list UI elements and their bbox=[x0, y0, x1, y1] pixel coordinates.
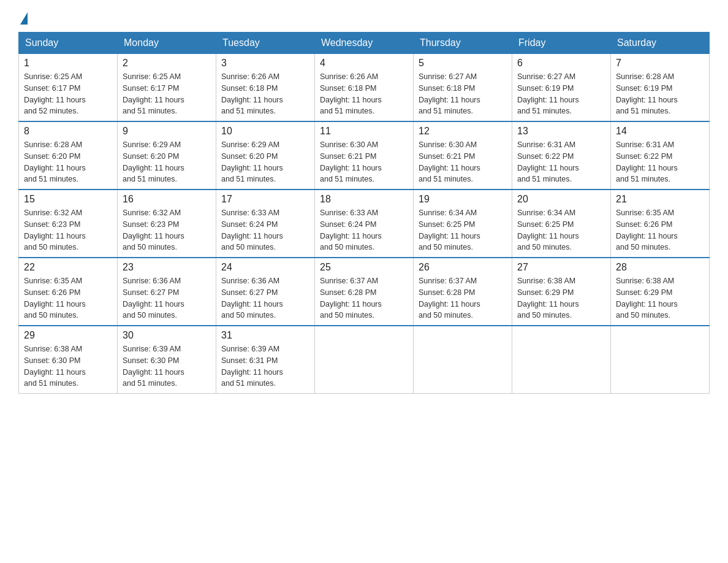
day-info: Sunrise: 6:32 AMSunset: 6:23 PMDaylight:… bbox=[24, 207, 112, 253]
day-info: Sunrise: 6:35 AMSunset: 6:26 PMDaylight:… bbox=[616, 207, 704, 253]
day-info: Sunrise: 6:33 AMSunset: 6:24 PMDaylight:… bbox=[221, 207, 309, 253]
calendar-cell: 23Sunrise: 6:36 AMSunset: 6:27 PMDayligh… bbox=[118, 258, 216, 326]
day-info: Sunrise: 6:30 AMSunset: 6:21 PMDaylight:… bbox=[419, 139, 507, 185]
day-info: Sunrise: 6:26 AMSunset: 6:18 PMDaylight:… bbox=[320, 71, 408, 117]
day-info: Sunrise: 6:36 AMSunset: 6:27 PMDaylight:… bbox=[221, 275, 309, 321]
day-info: Sunrise: 6:26 AMSunset: 6:18 PMDaylight:… bbox=[221, 71, 309, 117]
day-info: Sunrise: 6:28 AMSunset: 6:19 PMDaylight:… bbox=[616, 71, 704, 117]
day-number: 17 bbox=[221, 194, 309, 205]
day-info: Sunrise: 6:27 AMSunset: 6:19 PMDaylight:… bbox=[517, 71, 605, 117]
day-info: Sunrise: 6:27 AMSunset: 6:18 PMDaylight:… bbox=[419, 71, 507, 117]
calendar-week-row: 15Sunrise: 6:32 AMSunset: 6:23 PMDayligh… bbox=[19, 190, 710, 258]
day-number: 4 bbox=[320, 58, 408, 69]
day-number: 3 bbox=[221, 58, 309, 69]
day-info: Sunrise: 6:38 AMSunset: 6:29 PMDaylight:… bbox=[616, 275, 704, 321]
logo bbox=[18, 12, 28, 26]
day-number: 2 bbox=[123, 58, 211, 69]
column-header-monday: Monday bbox=[118, 33, 216, 54]
day-number: 9 bbox=[123, 126, 211, 137]
day-info: Sunrise: 6:37 AMSunset: 6:28 PMDaylight:… bbox=[419, 275, 507, 321]
day-number: 15 bbox=[24, 194, 112, 205]
calendar-cell: 21Sunrise: 6:35 AMSunset: 6:26 PMDayligh… bbox=[611, 190, 710, 258]
calendar-cell: 14Sunrise: 6:31 AMSunset: 6:22 PMDayligh… bbox=[611, 121, 710, 190]
day-number: 20 bbox=[517, 194, 605, 205]
day-number: 19 bbox=[419, 194, 507, 205]
day-number: 22 bbox=[24, 262, 112, 273]
day-number: 30 bbox=[123, 330, 211, 341]
calendar-cell: 11Sunrise: 6:30 AMSunset: 6:21 PMDayligh… bbox=[315, 121, 414, 190]
calendar-cell: 4Sunrise: 6:26 AMSunset: 6:18 PMDaylight… bbox=[315, 54, 414, 122]
column-header-friday: Friday bbox=[512, 33, 611, 54]
day-number: 1 bbox=[24, 58, 112, 69]
day-info: Sunrise: 6:34 AMSunset: 6:25 PMDaylight:… bbox=[419, 207, 507, 253]
column-header-tuesday: Tuesday bbox=[216, 33, 315, 54]
day-number: 28 bbox=[616, 262, 704, 273]
day-number: 14 bbox=[616, 126, 704, 137]
calendar-cell: 7Sunrise: 6:28 AMSunset: 6:19 PMDaylight… bbox=[611, 54, 710, 122]
column-header-wednesday: Wednesday bbox=[315, 33, 414, 54]
day-info: Sunrise: 6:34 AMSunset: 6:25 PMDaylight:… bbox=[517, 207, 605, 253]
day-info: Sunrise: 6:25 AMSunset: 6:17 PMDaylight:… bbox=[123, 71, 211, 117]
calendar-cell: 19Sunrise: 6:34 AMSunset: 6:25 PMDayligh… bbox=[414, 190, 512, 258]
day-number: 26 bbox=[419, 262, 507, 273]
calendar-cell: 2Sunrise: 6:25 AMSunset: 6:17 PMDaylight… bbox=[118, 54, 216, 122]
calendar-cell: 28Sunrise: 6:38 AMSunset: 6:29 PMDayligh… bbox=[611, 258, 710, 326]
calendar-week-row: 22Sunrise: 6:35 AMSunset: 6:26 PMDayligh… bbox=[19, 258, 710, 326]
calendar-cell bbox=[512, 326, 611, 394]
calendar-cell: 27Sunrise: 6:38 AMSunset: 6:29 PMDayligh… bbox=[512, 258, 611, 326]
calendar-cell: 6Sunrise: 6:27 AMSunset: 6:19 PMDaylight… bbox=[512, 54, 611, 122]
day-info: Sunrise: 6:31 AMSunset: 6:22 PMDaylight:… bbox=[517, 139, 605, 185]
day-info: Sunrise: 6:33 AMSunset: 6:24 PMDaylight:… bbox=[320, 207, 408, 253]
calendar-cell: 15Sunrise: 6:32 AMSunset: 6:23 PMDayligh… bbox=[19, 190, 118, 258]
day-info: Sunrise: 6:32 AMSunset: 6:23 PMDaylight:… bbox=[123, 207, 211, 253]
calendar-cell: 31Sunrise: 6:39 AMSunset: 6:31 PMDayligh… bbox=[216, 326, 315, 394]
calendar-cell: 1Sunrise: 6:25 AMSunset: 6:17 PMDaylight… bbox=[19, 54, 118, 122]
day-number: 27 bbox=[517, 262, 605, 273]
calendar-cell: 5Sunrise: 6:27 AMSunset: 6:18 PMDaylight… bbox=[414, 54, 512, 122]
calendar-cell: 17Sunrise: 6:33 AMSunset: 6:24 PMDayligh… bbox=[216, 190, 315, 258]
calendar-header-row: SundayMondayTuesdayWednesdayThursdayFrid… bbox=[19, 33, 710, 54]
day-number: 13 bbox=[517, 126, 605, 137]
day-number: 6 bbox=[517, 58, 605, 69]
day-number: 18 bbox=[320, 194, 408, 205]
day-info: Sunrise: 6:39 AMSunset: 6:30 PMDaylight:… bbox=[123, 343, 211, 389]
calendar-cell: 25Sunrise: 6:37 AMSunset: 6:28 PMDayligh… bbox=[315, 258, 414, 326]
day-info: Sunrise: 6:35 AMSunset: 6:26 PMDaylight:… bbox=[24, 275, 112, 321]
calendar-cell: 3Sunrise: 6:26 AMSunset: 6:18 PMDaylight… bbox=[216, 54, 315, 122]
day-number: 25 bbox=[320, 262, 408, 273]
day-number: 21 bbox=[616, 194, 704, 205]
day-number: 11 bbox=[320, 126, 408, 137]
day-info: Sunrise: 6:39 AMSunset: 6:31 PMDaylight:… bbox=[221, 343, 309, 389]
day-info: Sunrise: 6:37 AMSunset: 6:28 PMDaylight:… bbox=[320, 275, 408, 321]
calendar-cell bbox=[611, 326, 710, 394]
page-header bbox=[18, 12, 710, 26]
day-number: 5 bbox=[419, 58, 507, 69]
day-number: 8 bbox=[24, 126, 112, 137]
day-number: 23 bbox=[123, 262, 211, 273]
day-info: Sunrise: 6:29 AMSunset: 6:20 PMDaylight:… bbox=[221, 139, 309, 185]
calendar-week-row: 29Sunrise: 6:38 AMSunset: 6:30 PMDayligh… bbox=[19, 326, 710, 394]
day-number: 29 bbox=[24, 330, 112, 341]
day-info: Sunrise: 6:38 AMSunset: 6:30 PMDaylight:… bbox=[24, 343, 112, 389]
column-header-sunday: Sunday bbox=[19, 33, 118, 54]
calendar-week-row: 8Sunrise: 6:28 AMSunset: 6:20 PMDaylight… bbox=[19, 121, 710, 190]
calendar-week-row: 1Sunrise: 6:25 AMSunset: 6:17 PMDaylight… bbox=[19, 54, 710, 122]
day-info: Sunrise: 6:29 AMSunset: 6:20 PMDaylight:… bbox=[123, 139, 211, 185]
calendar-cell: 29Sunrise: 6:38 AMSunset: 6:30 PMDayligh… bbox=[19, 326, 118, 394]
day-number: 12 bbox=[419, 126, 507, 137]
day-number: 16 bbox=[123, 194, 211, 205]
day-info: Sunrise: 6:28 AMSunset: 6:20 PMDaylight:… bbox=[24, 139, 112, 185]
calendar-cell: 26Sunrise: 6:37 AMSunset: 6:28 PMDayligh… bbox=[414, 258, 512, 326]
day-number: 31 bbox=[221, 330, 309, 341]
calendar-cell: 10Sunrise: 6:29 AMSunset: 6:20 PMDayligh… bbox=[216, 121, 315, 190]
calendar-cell: 16Sunrise: 6:32 AMSunset: 6:23 PMDayligh… bbox=[118, 190, 216, 258]
column-header-thursday: Thursday bbox=[414, 33, 512, 54]
column-header-saturday: Saturday bbox=[611, 33, 710, 54]
calendar-cell: 22Sunrise: 6:35 AMSunset: 6:26 PMDayligh… bbox=[19, 258, 118, 326]
calendar-cell: 30Sunrise: 6:39 AMSunset: 6:30 PMDayligh… bbox=[118, 326, 216, 394]
calendar-cell: 9Sunrise: 6:29 AMSunset: 6:20 PMDaylight… bbox=[118, 121, 216, 190]
day-info: Sunrise: 6:25 AMSunset: 6:17 PMDaylight:… bbox=[24, 71, 112, 117]
calendar-cell: 13Sunrise: 6:31 AMSunset: 6:22 PMDayligh… bbox=[512, 121, 611, 190]
calendar-cell: 12Sunrise: 6:30 AMSunset: 6:21 PMDayligh… bbox=[414, 121, 512, 190]
calendar-cell: 8Sunrise: 6:28 AMSunset: 6:20 PMDaylight… bbox=[19, 121, 118, 190]
